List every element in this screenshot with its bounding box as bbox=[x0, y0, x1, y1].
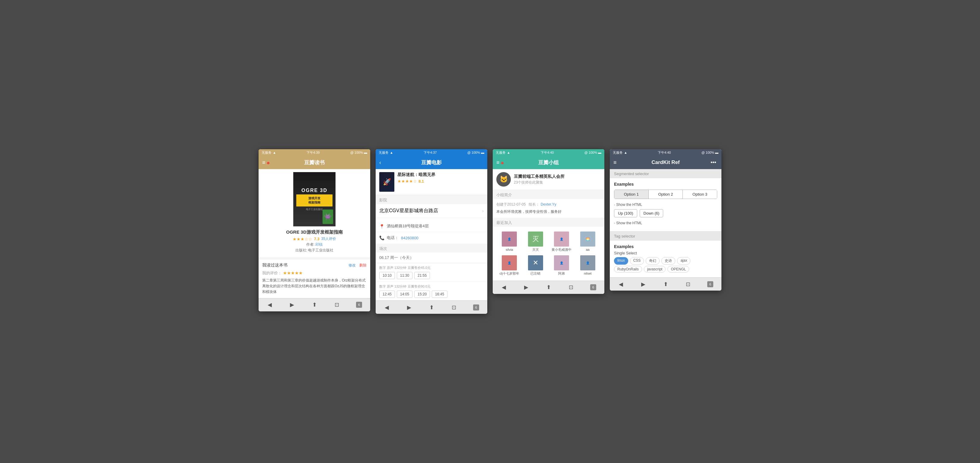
share-button-1[interactable]: ⬆ bbox=[309, 301, 320, 308]
member-avatar-nilset: 👤 bbox=[580, 255, 595, 270]
tag-ajax[interactable]: ajax bbox=[677, 257, 690, 265]
movie-title: 星际迷航：暗黑无界 bbox=[398, 172, 435, 178]
member-adi[interactable]: 👤 阿弟 bbox=[549, 254, 575, 277]
segmented-section-header: Segmented selector bbox=[610, 169, 721, 178]
review-header: 我读过这本书 修改 删除 bbox=[262, 263, 367, 268]
forward-button-2[interactable]: ▶ bbox=[403, 304, 415, 311]
showtime-btn-1130[interactable]: 11:30 bbox=[397, 272, 412, 279]
bottom-bar-2: ◀ ▶ ⬆ ⊡ 6 bbox=[375, 301, 487, 314]
menu-icon-3[interactable]: ≡ bbox=[496, 159, 504, 166]
status-right-4: @ 100% ▬ bbox=[702, 151, 718, 154]
showtime-meta-1: 数字 原声 132分钟 豆瓣售价45.0元 bbox=[379, 266, 484, 270]
member-mieemie[interactable]: 灭 灭灭 bbox=[523, 230, 549, 254]
member-cancelled[interactable]: ✕ 已注销 bbox=[523, 254, 549, 277]
back-button-3[interactable]: ◀ bbox=[498, 284, 510, 290]
badge-selector: Up (100) Down (6) bbox=[614, 209, 717, 217]
showtime-btn-2155[interactable]: 21:55 bbox=[414, 272, 430, 279]
phone-label: 电话： bbox=[387, 235, 399, 241]
menu-icon-1[interactable]: ≡ bbox=[262, 159, 269, 166]
forward-button-3[interactable]: ▶ bbox=[520, 284, 532, 290]
book-rating-count[interactable]: 35人评价 bbox=[321, 236, 336, 241]
group-info: 豆瓣前端工务精英私人会所 23个技师在此聚集 bbox=[514, 174, 565, 185]
showtime-btn-1010[interactable]: 10:10 bbox=[379, 272, 395, 279]
showtime-btn-1405[interactable]: 14:05 bbox=[397, 290, 412, 298]
showtime-buttons-2: 12:45 14:05 15:20 16:45 bbox=[379, 290, 484, 298]
tag-css[interactable]: CSS bbox=[630, 257, 644, 265]
tabs-button-2[interactable]: 6 bbox=[470, 304, 482, 311]
member-avatar-adi: 👤 bbox=[554, 255, 569, 270]
group-header: 🐱 豆瓣前端工务精英私人会所 23个技师在此聚集 bbox=[493, 169, 605, 190]
showtime-buttons-1: 10:10 11:30 21:55 bbox=[379, 272, 484, 279]
cinema-item[interactable]: 北京CGV星星影城将台路店 › bbox=[375, 204, 487, 218]
bookmark-button-1[interactable]: ⊡ bbox=[331, 301, 343, 308]
member-avatar-silvia: 👤 bbox=[502, 232, 517, 247]
intro-desc: 本会所环境优雅，技师专业性强，服务好 bbox=[496, 209, 601, 215]
nav-bar-3: ≡ 豆瓣小组 bbox=[493, 156, 605, 169]
single-select-label: Single Select bbox=[614, 251, 717, 255]
share-button-2[interactable]: ⬆ bbox=[425, 304, 438, 311]
wifi-icon-2: ▲ bbox=[390, 151, 393, 154]
delete-link[interactable]: 删除 bbox=[360, 263, 367, 267]
more-icon-4[interactable]: ••• bbox=[711, 159, 718, 166]
phone-num[interactable]: 84260800 bbox=[401, 236, 418, 240]
tag-shishi[interactable]: 史诗 bbox=[661, 257, 675, 265]
tag-javascript[interactable]: javascript bbox=[644, 266, 666, 273]
member-aa[interactable]: 🌅 aa bbox=[575, 230, 601, 254]
tabs-button-1[interactable]: 6 bbox=[353, 302, 365, 308]
tag-qihuan[interactable]: 奇幻 bbox=[646, 257, 660, 265]
forward-button-1[interactable]: ▶ bbox=[286, 301, 298, 308]
member-avatar-aa: 🌅 bbox=[580, 232, 595, 247]
tag-examples: Examples Single Select linux CSS 奇幻 史诗 a… bbox=[610, 241, 721, 277]
review-section: 我读过这本书 修改 删除 我的评价： ★★★★★ 第二章第三周和第三章的价值超越… bbox=[259, 260, 370, 298]
member-huang[interactable]: 👤 黄小毛戒酒中 bbox=[549, 230, 575, 254]
bottom-bar-4: ◀ ▶ ⬆ ⊡ 6 bbox=[610, 277, 721, 290]
down-button[interactable]: Down (6) bbox=[640, 209, 663, 217]
show-html-1[interactable]: › Show the HTML bbox=[614, 201, 717, 209]
battery-1: 100% bbox=[355, 151, 363, 154]
forward-button-4[interactable]: ▶ bbox=[637, 281, 649, 287]
member-silvia[interactable]: 👤 silvia bbox=[496, 230, 523, 254]
share-button-3[interactable]: ⬆ bbox=[542, 284, 555, 290]
tag-linux[interactable]: linux bbox=[614, 257, 628, 265]
menu-icon-4[interactable]: ≡ bbox=[613, 159, 620, 166]
seg-option-2[interactable]: Option 2 bbox=[649, 190, 683, 199]
tag-rubyonrails[interactable]: RubyOnRails bbox=[614, 266, 642, 273]
movie-info: 星际迷航：暗黑无界 ★★★★☆ 8.1 bbox=[398, 172, 435, 184]
date-header: 06.17 周一（今天） bbox=[375, 253, 487, 263]
time-1: 下午4:39 bbox=[307, 151, 320, 155]
phone-douban-book: 无服务 ▲ 下午4:39 @ 100% ▬ ≡ 豆瓣读书 bbox=[259, 149, 370, 311]
back-nav-2[interactable]: ‹ bbox=[379, 159, 387, 166]
back-button-2[interactable]: ◀ bbox=[381, 304, 393, 311]
notification-dot-1 bbox=[267, 162, 269, 164]
seg-option-3[interactable]: Option 3 bbox=[683, 190, 717, 199]
edit-link[interactable]: 修改 bbox=[348, 263, 356, 267]
show-html-2[interactable]: › Show the HTML bbox=[614, 220, 717, 228]
intro-title: 小组简介 bbox=[493, 190, 605, 199]
author-link[interactable]: 邱锐 bbox=[315, 243, 323, 247]
battery-icon-1: ▬ bbox=[364, 151, 367, 154]
tabs-button-4[interactable]: 6 bbox=[704, 281, 716, 287]
bookmark-button-4[interactable]: ⊡ bbox=[682, 281, 694, 287]
time-2: 下午4:37 bbox=[424, 151, 437, 155]
seg-option-1[interactable]: Option 1 bbox=[614, 190, 649, 199]
time-3: 下午4:40 bbox=[541, 151, 554, 155]
status-left-4: 无服务 ▲ bbox=[613, 151, 627, 155]
status-bar-2: 无服务 ▲ 下午4:37 @ 100% ▬ bbox=[375, 149, 487, 156]
showtime-btn-1245[interactable]: 12:45 bbox=[379, 290, 395, 298]
share-button-4[interactable]: ⬆ bbox=[660, 281, 671, 287]
leader-link[interactable]: Dexter.Yy bbox=[541, 202, 556, 206]
member-nilset[interactable]: 👤 nilset bbox=[575, 254, 601, 277]
bookmark-button-2[interactable]: ⊡ bbox=[448, 304, 460, 311]
book-cover-area: OGRE 3D 游戏开发框架指南 电子工业出版社 👾 OGRE 3D游戏开发框架… bbox=[259, 169, 370, 257]
up-button[interactable]: Up (100) bbox=[614, 209, 637, 217]
member-clj[interactable]: 👤 clj十七岁那年 bbox=[496, 254, 523, 277]
tag-opengl[interactable]: OPENGL bbox=[667, 266, 689, 273]
showtime-btn-1645[interactable]: 16:45 bbox=[432, 290, 447, 298]
back-button-4[interactable]: ◀ bbox=[615, 281, 627, 287]
tabs-button-3[interactable]: 6 bbox=[587, 284, 599, 290]
showtime-btn-1520[interactable]: 15:20 bbox=[414, 290, 430, 298]
group-count: 23个技师在此聚集 bbox=[514, 180, 565, 185]
back-button-1[interactable]: ◀ bbox=[264, 301, 276, 308]
bookmark-button-3[interactable]: ⊡ bbox=[565, 284, 577, 290]
status-left-2: 无服务 ▲ bbox=[379, 151, 393, 155]
